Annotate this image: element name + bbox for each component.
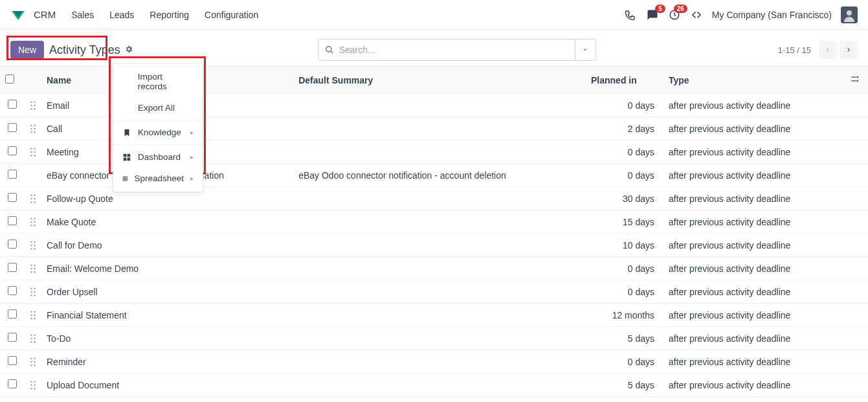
drag-handle-icon[interactable]	[25, 374, 41, 397]
table-row[interactable]: Call for Demo10 daysafter previous activ…	[0, 234, 868, 257]
cell-name: Make Quote	[41, 210, 293, 234]
row-checkbox[interactable]	[8, 193, 17, 202]
cell-optional	[845, 140, 868, 164]
menu-dashboard[interactable]: Dashboard ▸	[113, 146, 203, 168]
row-checkbox[interactable]	[8, 240, 17, 249]
row-checkbox[interactable]	[8, 263, 17, 272]
svg-point-61	[30, 314, 32, 315]
cell-type: after previous activity deadline	[663, 94, 845, 117]
row-checkbox[interactable]	[8, 216, 17, 225]
drag-handle-icon[interactable]	[25, 350, 41, 374]
drag-handle-icon[interactable]	[25, 187, 41, 210]
cell-optional	[845, 234, 868, 257]
navbar-left: CRM Sales Leads Reporting Configuration	[10, 6, 265, 24]
header-summary[interactable]: Default Summary	[293, 67, 586, 94]
drag-handle-icon[interactable]	[25, 327, 41, 350]
table-row[interactable]: Financial Statement12 monthsafter previo…	[0, 304, 868, 327]
drag-handle-icon[interactable]	[25, 210, 41, 234]
messages-badge: 5	[655, 5, 665, 13]
user-avatar[interactable]	[841, 6, 858, 23]
search-options-toggle[interactable]	[575, 39, 595, 60]
cell-planned: 2 days	[586, 117, 663, 140]
cell-type: after previous activity deadline	[663, 327, 845, 350]
svg-point-24	[34, 148, 35, 149]
svg-point-22	[34, 131, 35, 133]
drag-handle-icon[interactable]	[25, 257, 41, 280]
svg-point-31	[30, 197, 32, 199]
row-checkbox[interactable]	[8, 146, 17, 155]
svg-point-81	[30, 388, 32, 389]
select-all-checkbox[interactable]	[5, 74, 14, 84]
menu-import-records[interactable]: Import records	[113, 66, 203, 97]
debug-icon[interactable]	[690, 8, 703, 21]
new-button[interactable]: New	[10, 41, 44, 59]
drag-handle-icon[interactable]	[25, 117, 41, 140]
chevron-right-icon: ▸	[190, 153, 194, 161]
header-planned[interactable]: Planned in	[586, 67, 663, 94]
drag-handle-icon[interactable]	[25, 94, 41, 117]
row-checkbox[interactable]	[8, 100, 17, 109]
row-check-cell	[0, 187, 25, 210]
messages-icon[interactable]: 5	[646, 8, 659, 21]
svg-point-11	[30, 101, 32, 102]
menu-export-all[interactable]: Export All	[113, 97, 203, 118]
row-check-cell	[0, 397, 25, 403]
svg-point-40	[34, 225, 35, 226]
svg-point-46	[34, 248, 35, 249]
drag-handle-icon[interactable]	[25, 140, 41, 164]
pager-prev-button[interactable]	[819, 41, 837, 59]
gear-button[interactable]	[122, 42, 136, 58]
svg-point-53	[30, 287, 32, 289]
table-row[interactable]: Reminder0 daysafter previous activity de…	[0, 350, 868, 374]
menu-knowledge[interactable]: Knowledge ▸	[113, 122, 203, 143]
nav-sales[interactable]: Sales	[65, 6, 100, 24]
row-checkbox[interactable]	[8, 309, 17, 318]
row-checkbox[interactable]	[8, 170, 17, 179]
header-type[interactable]: Type	[663, 67, 845, 94]
cell-planned: 5 days	[586, 327, 663, 350]
row-checkbox[interactable]	[8, 356, 17, 365]
nav-reporting[interactable]: Reporting	[143, 6, 195, 24]
voip-icon[interactable]	[624, 8, 637, 21]
cell-type: after previous activity deadline	[663, 280, 845, 304]
cell-planned: 0 days	[586, 280, 663, 304]
table-row[interactable]: Email: Welcome Demo0 daysafter previous …	[0, 257, 868, 280]
svg-point-77	[30, 381, 32, 382]
cell-type: after previous activity deadline	[663, 397, 845, 403]
drag-handle-icon[interactable]	[25, 234, 41, 257]
cell-name: Reminder	[41, 350, 293, 374]
row-checkbox[interactable]	[8, 286, 17, 295]
row-checkbox[interactable]	[8, 123, 17, 132]
cell-summary	[293, 187, 586, 210]
svg-point-26	[34, 151, 35, 152]
svg-point-25	[30, 151, 32, 152]
pager-text[interactable]: 1-15 / 15	[778, 45, 811, 55]
menu-spreadsheet[interactable]: Spreadsheet ▸	[113, 168, 203, 189]
table-row[interactable]: Upload Document5 daysafter previous acti…	[0, 374, 868, 397]
cell-summary	[293, 257, 586, 280]
table-row[interactable]: Request Signature2 daysafter previous ac…	[0, 397, 868, 403]
table-row[interactable]: Order Upsell0 daysafter previous activit…	[0, 280, 868, 304]
company-switcher[interactable]: My Company (San Francisco)	[712, 10, 832, 20]
app-logo-icon[interactable]	[10, 8, 26, 21]
cell-name: Request Signature	[41, 397, 293, 403]
header-optional-columns[interactable]	[845, 67, 868, 94]
table-row[interactable]: Make Quote15 daysafter previous activity…	[0, 210, 868, 234]
pager-next-button[interactable]	[840, 41, 858, 59]
drag-handle-icon[interactable]	[25, 280, 41, 304]
table-row[interactable]: To-Do5 daysafter previous activity deadl…	[0, 327, 868, 350]
svg-rect-9	[123, 176, 127, 180]
header-select-all	[0, 67, 25, 94]
row-checkbox[interactable]	[8, 379, 17, 388]
search-box	[318, 39, 596, 61]
menu-dashboard-label: Dashboard	[138, 152, 181, 162]
nav-configuration[interactable]: Configuration	[198, 6, 265, 24]
svg-point-49	[30, 267, 32, 269]
drag-handle-icon[interactable]	[25, 397, 41, 403]
activities-icon[interactable]: 26	[668, 8, 681, 21]
drag-handle-icon[interactable]	[25, 304, 41, 327]
row-checkbox[interactable]	[8, 333, 17, 342]
search-input[interactable]	[334, 39, 575, 60]
app-name[interactable]: CRM	[34, 9, 56, 20]
nav-leads[interactable]: Leads	[103, 6, 140, 24]
